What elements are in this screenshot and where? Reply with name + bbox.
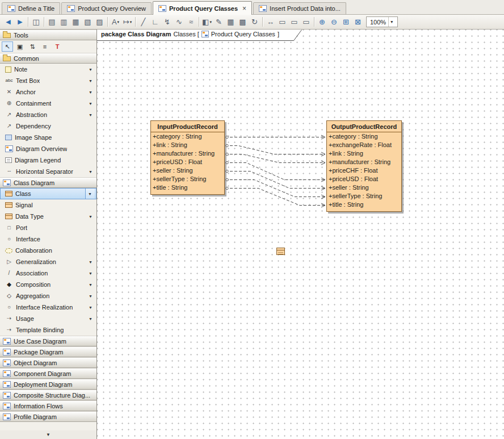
dropdown-caret-icon[interactable]: ▼ (89, 317, 95, 321)
diagram-tab-product-query-overview[interactable]: Product Query Overview (61, 2, 152, 14)
palette-item-diagram-legend[interactable]: Diagram Legend (0, 154, 96, 166)
palette-item-data-type[interactable]: Data Type▼ (0, 211, 96, 222)
dependency-link-manufacturer[interactable] (225, 154, 325, 163)
make-same-height-button[interactable]: ▭ (288, 16, 300, 28)
dropdown-caret-icon[interactable]: ▼ (89, 271, 95, 275)
dependency-link-link[interactable] (225, 146, 325, 154)
palette-item-horizontal-separator[interactable]: ╌Horizontal Separator▼ (0, 166, 96, 177)
dropdown-caret-icon[interactable]: ▼ (89, 68, 95, 72)
paste-button[interactable]: ▦ (70, 16, 82, 28)
make-preferred-size-button[interactable]: ↔ (264, 16, 276, 28)
palette-group-information-flows[interactable]: Information Flows (0, 400, 96, 411)
palette-scroll-down-button[interactable]: ▼ (0, 430, 96, 439)
class-attribute[interactable]: +exchangeRate : Float (327, 141, 401, 149)
class-attribute[interactable]: +priceUSD : Float (151, 158, 224, 166)
forward-button[interactable]: ▶ (14, 16, 26, 28)
palette-item-composition[interactable]: ◆Composition▼ (0, 279, 96, 290)
pointer-tool-button[interactable]: ↖ (2, 41, 13, 52)
class-attribute[interactable]: +sellerType : String (327, 192, 401, 200)
class-shape-outputproductrecord[interactable]: OutputProductRecord+category : String+ex… (326, 120, 402, 212)
palette-item-text-box[interactable]: abcText Box▼ (0, 75, 96, 86)
palette-group-common[interactable]: Common (0, 53, 96, 64)
palette-group-class-diagram[interactable]: Class Diagram (0, 177, 96, 188)
palette-item-diagram-overview[interactable]: Diagram Overview (0, 143, 96, 154)
palette-group-deployment-diagram[interactable]: Deployment Diagram (0, 379, 96, 390)
class-attribute[interactable]: +link : String (327, 149, 401, 158)
dropdown-caret-icon[interactable]: ▼ (85, 189, 94, 199)
palette-item-dependency[interactable]: ↗Dependency (0, 120, 96, 132)
back-button[interactable]: ◀ (2, 16, 14, 28)
copy-button[interactable]: ▤ (46, 16, 58, 28)
palette-item-collaboration[interactable]: Collaboration (0, 245, 96, 256)
anchor-button[interactable]: ↦▾ (121, 16, 133, 28)
curved-path-button[interactable]: ∿ (173, 16, 185, 28)
diagram-frame-header[interactable]: package Class Diagram Classes [ Product … (97, 30, 303, 41)
class-attribute[interactable]: +priceUSD : Float (327, 175, 401, 183)
oblique-path-button[interactable]: ╱ (137, 16, 149, 28)
dragged-element-ghost[interactable] (276, 248, 285, 255)
palette-item-class[interactable]: Class▼ (0, 188, 96, 199)
palette-group-profile-diagram[interactable]: Profile Diagram (0, 411, 96, 422)
diagram-canvas[interactable]: package Class Diagram Classes [ Product … (97, 30, 504, 439)
text-tool-button[interactable]: T (52, 41, 63, 52)
palette-item-association[interactable]: /Association▼ (0, 267, 96, 279)
zoom-in-button[interactable]: ⊕ (316, 16, 328, 28)
class-attribute[interactable]: +seller : String (327, 183, 401, 192)
class-attribute[interactable]: +seller : String (151, 166, 224, 175)
palette-item-anchor[interactable]: ✕Anchor▼ (0, 86, 96, 98)
dropdown-caret-icon[interactable]: ▼ (89, 113, 95, 117)
diagram-tab-define-a-title[interactable]: Define a Title (2, 2, 60, 14)
dropdown-caret-icon[interactable]: ▼ (89, 306, 95, 310)
spline-path-button[interactable]: ≈ (185, 16, 197, 28)
palette-item-note[interactable]: Note▼ (0, 64, 96, 75)
palette-item-usage[interactable]: ⇢Usage▼ (0, 313, 96, 324)
palette-group-package-diagram[interactable]: Package Diagram (0, 346, 96, 357)
diagram-tab-insert-product-data-into[interactable]: Insert Product Data into... (253, 2, 346, 14)
select-in-containment-tree-button[interactable]: ◫ (30, 16, 42, 28)
class-shape-inputproductrecord[interactable]: InputProductRecord+category : String+lin… (150, 120, 225, 195)
dropdown-caret-icon[interactable]: ▼ (89, 90, 95, 94)
class-attribute[interactable]: +category : String (327, 132, 401, 141)
dropdown-caret-icon[interactable]: ▼ (89, 79, 95, 83)
palette-item-interface[interactable]: ○Interface (0, 233, 96, 245)
save-as-image-button[interactable]: ▧ (82, 16, 94, 28)
palette-item-image-shape[interactable]: Image Shape (0, 132, 96, 143)
palette-group-tools[interactable]: Tools (0, 30, 96, 40)
print-diagram-button[interactable]: ▨ (94, 16, 106, 28)
snap-to-grid-button[interactable]: ▩ (237, 16, 249, 28)
class-attribute[interactable]: +title : String (327, 200, 401, 209)
class-attribute[interactable]: +priceCHF : Float (327, 166, 401, 175)
palette-item-template-binding[interactable]: ⇢Template Binding (0, 324, 96, 336)
palette-group-object-diagram[interactable]: Object Diagram (0, 357, 96, 368)
palette-item-containment[interactable]: ⊕Containment▼ (0, 98, 96, 109)
palette-item-aggregation[interactable]: ◇Aggregation▼ (0, 290, 96, 302)
dropdown-caret-icon[interactable]: ▼ (89, 283, 95, 287)
dropdown-caret-icon[interactable]: ▼ (89, 102, 95, 106)
class-attribute[interactable]: +sellerType : String (151, 175, 224, 183)
copy-diagram-button[interactable]: ▥ (58, 16, 70, 28)
fit-in-window-button[interactable]: ⊞ (340, 16, 352, 28)
class-attribute[interactable]: +link : String (151, 141, 224, 149)
palette-item-port[interactable]: □Port (0, 222, 96, 233)
make-same-width-button[interactable]: ▭ (276, 16, 288, 28)
class-attribute[interactable]: +category : String (151, 132, 224, 141)
palette-item-signal[interactable]: Signal (0, 199, 96, 211)
line-color-button[interactable]: ✎ (213, 16, 225, 28)
dropdown-caret-icon[interactable]: ▼ (89, 260, 95, 264)
combo-dropdown-icon[interactable]: ▾ (388, 17, 393, 27)
dropdown-caret-icon[interactable]: ▼ (89, 170, 95, 174)
palette-item-generalization[interactable]: ▷Generalization▼ (0, 256, 96, 267)
zoom-selection-button[interactable]: ⊠ (352, 16, 364, 28)
class-attribute[interactable]: +title : String (151, 183, 224, 192)
swimlane-tool-button[interactable]: ⇅ (27, 41, 38, 52)
zoom-level-combo[interactable]: 100%▾ (366, 16, 398, 27)
fill-color-button[interactable]: ◧▾ (201, 16, 213, 28)
palette-group-composite-structure-diag[interactable]: Composite Structure Diag... (0, 390, 96, 400)
refresh-button[interactable]: ↻ (249, 16, 261, 28)
dropdown-caret-icon[interactable]: ▼ (89, 294, 95, 298)
palette-item-interface-realization[interactable]: ○Interface Realization▼ (0, 302, 96, 313)
make-same-size-button[interactable]: ▭ (300, 16, 312, 28)
palette-item-abstraction[interactable]: ↗Abstraction▼ (0, 109, 96, 120)
dropdown-caret-icon[interactable]: ▼ (89, 215, 95, 219)
zoom-out-button[interactable]: ⊖ (328, 16, 340, 28)
